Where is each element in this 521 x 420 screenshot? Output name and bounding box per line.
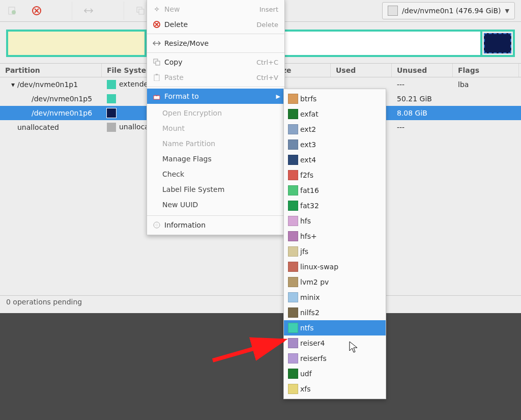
menu-delete[interactable]: Delete Delete xyxy=(147,17,284,32)
menu-check[interactable]: Check xyxy=(162,166,284,182)
fs-swatch-icon xyxy=(288,262,298,272)
fs-label: btrfs xyxy=(300,95,316,103)
menu-open-encryption[interactable]: Open Encryption xyxy=(162,105,284,121)
device-selector[interactable]: /dev/nvme0n1 (476.94 GiB) ▼ xyxy=(382,2,515,19)
fs-swatch-icon xyxy=(288,124,298,134)
cell-unused: --- xyxy=(392,78,453,91)
menu-paste[interactable]: Paste Ctrl+V xyxy=(147,70,284,85)
svg-point-16 xyxy=(155,223,158,227)
cell-partition: /dev/nvme0n1p6 xyxy=(0,106,102,120)
menu-sub-disabled-block: Open Encryption Mount Name Partition Man… xyxy=(147,104,284,214)
menu-manage-flags[interactable]: Manage Flags xyxy=(162,151,284,166)
cell-partition: ▾/dev/nvme0n1p1 xyxy=(0,78,102,91)
fs-option-lvm2pv[interactable]: lvm2 pv xyxy=(284,274,386,290)
fs-option-linuxswap[interactable]: linux-swap xyxy=(284,259,386,274)
fs-label: lvm2 pv xyxy=(300,278,329,286)
fs-option-btrfs[interactable]: btrfs xyxy=(284,91,386,106)
fs-option-exfat[interactable]: exfat xyxy=(284,106,386,122)
fs-label: fat32 xyxy=(300,202,319,210)
fs-option-ext4[interactable]: ext4 xyxy=(284,152,386,167)
menu-resize[interactable]: Resize/Move xyxy=(147,36,284,51)
col-partition[interactable]: Partition xyxy=(0,64,102,77)
col-unused[interactable]: Unused xyxy=(392,64,453,77)
disk-icon xyxy=(388,6,398,16)
submenu-arrow-icon: ▶ xyxy=(276,93,280,100)
new-partition-button[interactable] xyxy=(2,2,23,20)
cell-flags: lba xyxy=(453,78,519,91)
format-submenu: btrfsexfatext2ext3ext4f2fsfat16fat32hfsh… xyxy=(283,89,386,313)
delete-icon xyxy=(151,20,162,29)
menu-separator xyxy=(147,87,284,87)
fs-label: exfat xyxy=(300,110,319,118)
context-menu: ✧ New Insert Delete Delete Resize/Move C… xyxy=(147,0,285,235)
menu-format-to[interactable]: Format to ▶ xyxy=(147,89,284,104)
fs-option-nilfs2[interactable]: nilfs2 xyxy=(284,305,386,313)
resize-icon xyxy=(83,7,94,15)
fs-label: ext3 xyxy=(300,141,316,149)
fs-option-f2fs[interactable]: f2fs xyxy=(284,167,386,183)
status-text: 0 operations pending xyxy=(6,298,82,306)
fs-swatch-icon xyxy=(288,231,298,241)
svg-rect-6 xyxy=(139,9,144,14)
copy-icon xyxy=(136,6,145,15)
fs-label: ext2 xyxy=(300,125,316,133)
menu-label-fs[interactable]: Label File System xyxy=(162,182,284,197)
cell-partition: unallocated xyxy=(0,121,102,134)
svg-rect-13 xyxy=(156,74,158,75)
svg-rect-11 xyxy=(156,61,160,65)
col-flags[interactable]: Flags xyxy=(453,64,519,77)
fs-option-hfs[interactable]: hfs+ xyxy=(284,229,386,244)
menu-mount[interactable]: Mount xyxy=(162,121,284,136)
info-icon xyxy=(151,221,162,229)
fs-label: hfs xyxy=(300,217,311,225)
cell-unused: 50.21 GiB xyxy=(392,92,453,105)
delete-partition-button[interactable] xyxy=(26,2,47,20)
resize-button[interactable] xyxy=(78,2,99,20)
fs-swatch-icon xyxy=(288,94,298,104)
fs-option-hfs[interactable]: hfs xyxy=(284,213,386,229)
fs-swatch-icon xyxy=(288,201,298,211)
menu-new[interactable]: ✧ New Insert xyxy=(147,2,284,17)
fs-option-minix[interactable]: minix xyxy=(284,290,386,305)
fs-option-ext2[interactable]: ext2 xyxy=(284,122,386,137)
fs-swatch-icon xyxy=(288,139,298,150)
svg-rect-12 xyxy=(154,75,159,81)
fs-label: jfs xyxy=(300,247,308,256)
toolbar-separator xyxy=(50,2,72,20)
cell-flags xyxy=(453,125,519,130)
copy-icon xyxy=(151,59,162,66)
fs-label: minix xyxy=(300,293,320,301)
fs-option-fat32[interactable]: fat32 xyxy=(284,198,386,213)
fs-label: linux-swap xyxy=(300,263,338,271)
fs-option-jfs[interactable]: jfs xyxy=(284,244,386,259)
resize-icon xyxy=(151,40,162,46)
fs-swatch-icon xyxy=(288,216,298,226)
svg-point-1 xyxy=(12,10,16,14)
device-label: /dev/nvme0n1 (476.94 GiB) xyxy=(402,7,501,15)
status-bar: 0 operations pending xyxy=(0,295,521,313)
chevron-down-icon: ▼ xyxy=(505,8,509,14)
disk-map-segment-selected[interactable] xyxy=(480,32,513,55)
menu-separator xyxy=(147,52,284,53)
fs-label: f2fs xyxy=(300,171,313,179)
cell-unused: --- xyxy=(392,121,453,134)
disk-map-segment[interactable] xyxy=(8,32,144,55)
menu-information[interactable]: Information xyxy=(147,217,284,233)
format-icon xyxy=(151,93,162,100)
fs-swatch-icon xyxy=(288,170,298,180)
delete-icon xyxy=(31,5,42,16)
fs-swatch-icon xyxy=(288,277,298,287)
fs-label: ext4 xyxy=(300,156,316,164)
cell-unused: 8.08 GiB xyxy=(392,106,453,120)
document-new-icon xyxy=(8,6,17,15)
fs-swatch-icon xyxy=(288,109,298,119)
fs-option-ext3[interactable]: ext3 xyxy=(284,137,386,152)
menu-name-partition[interactable]: Name Partition xyxy=(162,136,284,151)
menu-new-uuid[interactable]: New UUID xyxy=(162,197,284,212)
fs-swatch-icon xyxy=(288,185,298,195)
paste-icon xyxy=(151,74,162,81)
fs-option-fat16[interactable]: fat16 xyxy=(284,183,386,198)
menu-copy[interactable]: Copy Ctrl+C xyxy=(147,54,284,70)
col-used[interactable]: Used xyxy=(331,64,392,77)
fs-swatch-icon xyxy=(288,155,298,165)
